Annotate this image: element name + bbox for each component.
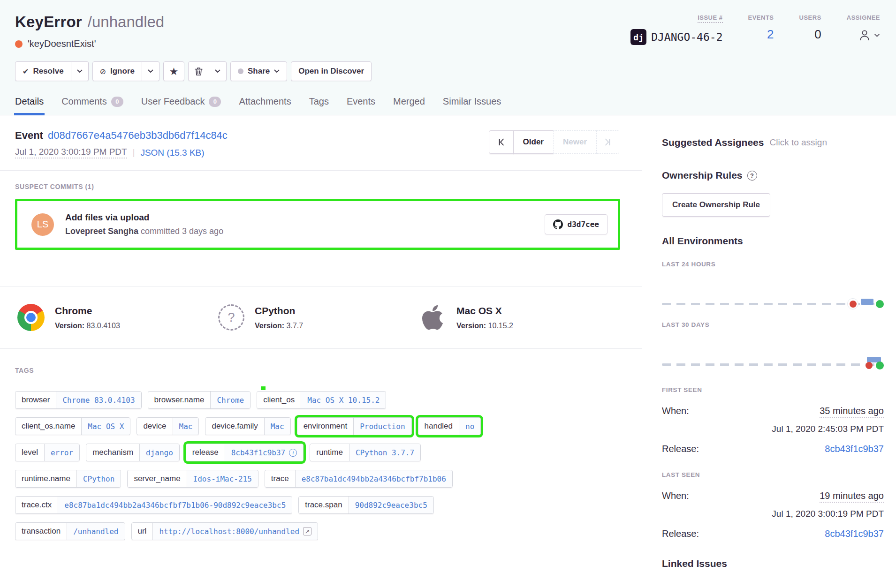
release-marker-green-dot	[876, 300, 884, 308]
tab-merged[interactable]: Merged	[393, 96, 425, 115]
tab-tags[interactable]: Tags	[309, 96, 329, 115]
stat-events: EVENTS 2	[748, 14, 774, 45]
annotation-highlight-box: LS Add files via upload Lovepreet Sangha…	[15, 199, 620, 250]
stat-assignee: ASSIGNEE	[847, 14, 880, 45]
issue-short-id[interactable]: DJANGO-46-2	[651, 31, 722, 43]
issue-title-line: KeyError /unhandled	[15, 13, 164, 31]
users-count[interactable]: 0	[814, 27, 821, 42]
chrome-icon	[17, 304, 45, 331]
newer-event-button[interactable]: Newer	[553, 130, 597, 154]
tag-runtime-name: runtime.name CPython	[15, 470, 121, 488]
resolve-button[interactable]: ✔ Resolve	[15, 61, 71, 81]
skip-to-first-icon	[497, 138, 506, 146]
context-os: Mac OS X Version: 10.15.2	[419, 303, 620, 332]
check-icon: ✔	[23, 67, 29, 76]
tag-device: device Mac	[137, 417, 199, 435]
first-seen-release-link[interactable]: 8cb43f1c9b37	[825, 444, 884, 454]
unknown-runtime-icon: ?	[218, 304, 244, 331]
oldest-event-button[interactable]	[489, 130, 514, 154]
external-link-icon[interactable]: ↗	[303, 527, 311, 535]
last-24-hours-label: LAST 24 HOURS	[662, 261, 884, 268]
tab-attachments[interactable]: Attachments	[239, 96, 291, 115]
stat-issue-number: ISSUE # dj DJANGO-46-2	[630, 14, 722, 45]
error-marker-red-dot	[866, 362, 873, 369]
event-timestamp[interactable]: Jul 1, 2020 3:00:19 PM PDT	[15, 147, 127, 158]
resolve-dropdown-button[interactable]	[71, 61, 89, 81]
issue-message: 'keyDoesntExist'	[28, 38, 96, 49]
error-marker-red-dot	[850, 301, 857, 308]
event-pagination: Older Newer	[489, 130, 619, 154]
issue-sidebar: Suggested Assignees Click to assign Owne…	[642, 115, 896, 580]
tag-release: release 8cb43f1c9b37i	[186, 444, 304, 461]
tab-comments[interactable]: Comments 0	[61, 96, 123, 115]
first-seen-label: FIRST SEEN	[662, 386, 884, 393]
event-label: Event	[15, 129, 43, 142]
commit-message: Add files via upload	[65, 212, 545, 223]
tab-events[interactable]: Events	[347, 96, 375, 115]
context-version: 3.7.7	[287, 322, 304, 330]
skip-to-latest-button[interactable]	[596, 130, 619, 154]
event-id-link[interactable]: d08d7667e4a5476eb3b3db6d7f14c84c	[48, 129, 228, 142]
tab-details[interactable]: Details	[15, 96, 44, 115]
event-details-column: Event d08d7667e4a5476eb3b3db6d7f14c84c J…	[0, 115, 642, 580]
tab-user-feedback[interactable]: User Feedback 0	[141, 96, 221, 115]
tags-heading: TAGS	[15, 367, 627, 374]
suspect-commits-heading: SUSPECT COMMITS (1)	[15, 183, 627, 190]
event-json-link[interactable]: JSON (15.3 KB)	[140, 148, 204, 158]
commit-author: Lovepreet Sangha	[65, 226, 138, 236]
tag-level: level error	[15, 444, 80, 461]
bookmark-star-button[interactable]: ★	[163, 61, 184, 81]
tag-device-family: device.family Mac	[205, 417, 290, 435]
delete-dropdown-button[interactable]	[209, 61, 227, 81]
events-count[interactable]: 2	[767, 27, 774, 42]
last-seen-release-row: Release: 8cb43f1c9b37	[662, 528, 884, 539]
stat-users: USERS 0	[799, 14, 821, 45]
assignee-label: ASSIGNEE	[847, 14, 880, 21]
first-seen-absolute-time: Jul 1, 2020 2:45:03 PM PDT	[662, 424, 884, 434]
assignee-dropdown[interactable]	[858, 27, 880, 42]
tag-environment: environment Production	[297, 417, 412, 435]
help-question-icon[interactable]: ?	[747, 171, 757, 181]
last-24-hours-sparkline[interactable]	[662, 271, 884, 309]
tag-handled: handled no	[418, 417, 481, 435]
first-seen-release-row: Release: 8cb43f1c9b37	[662, 444, 884, 454]
ownership-rules-heading: Ownership Rules ?	[662, 170, 884, 181]
older-event-button[interactable]: Older	[513, 130, 554, 154]
context-runtime: ? CPython Version: 3.7.7	[218, 303, 419, 332]
commit-row: LS Add files via upload Lovepreet Sangha…	[17, 201, 618, 248]
ignore-dropdown-button[interactable]	[142, 61, 159, 81]
open-in-discover-button[interactable]: Open in Discover	[291, 61, 372, 81]
page-header: KeyError /unhandled 'keyDoesntExist' ISS…	[0, 0, 896, 115]
info-icon[interactable]: i	[289, 449, 297, 457]
event-contexts: Chrome Version: 83.0.4103 ? CPython Vers…	[0, 286, 642, 349]
issue-number-label: ISSUE #	[698, 14, 722, 23]
first-seen-relative-time[interactable]: 35 minutes ago	[820, 406, 884, 418]
release-marker-green-dot	[876, 362, 884, 369]
context-version: 83.0.4103	[87, 322, 120, 330]
tag-runtime: runtime CPython 3.7.7	[310, 444, 421, 461]
tags-section: TAGS browser Chrome 83.0.4103 browser.na…	[0, 349, 642, 540]
last-seen-relative-time[interactable]: 19 minutes ago	[820, 490, 884, 503]
issue-tabs: Details Comments 0 User Feedback 0 Attac…	[15, 96, 881, 115]
last-30-days-sparkline[interactable]	[662, 332, 884, 369]
chevron-down-icon	[148, 69, 153, 73]
issue-actions: ✔ Resolve ⊘ Ignore ★	[15, 61, 881, 81]
avatar: LS	[31, 213, 54, 236]
commit-sha-button[interactable]: d3d7cee	[545, 214, 607, 234]
ignore-button[interactable]: ⊘ Ignore	[92, 61, 142, 81]
context-version: 10.15.2	[488, 322, 513, 330]
context-name: Chrome	[55, 305, 120, 317]
issue-culprit-path: /unhandled	[88, 13, 164, 31]
context-name: Mac OS X	[456, 305, 513, 317]
first-seen-when-row: When: 35 minutes ago	[662, 406, 884, 418]
last-seen-release-link[interactable]: 8cb43f1c9b37	[825, 528, 884, 539]
suspect-commits-section: SUSPECT COMMITS (1) LS Add files via upl…	[0, 171, 642, 286]
delete-button[interactable]	[188, 61, 209, 81]
trash-icon	[195, 67, 203, 76]
tag-mechanism: mechanism django	[86, 444, 180, 461]
create-ownership-rule-button[interactable]: Create Ownership Rule	[662, 193, 770, 217]
share-button[interactable]: Share	[230, 61, 287, 81]
person-icon	[858, 29, 871, 42]
tab-similar-issues[interactable]: Similar Issues	[443, 96, 501, 115]
separator: |	[133, 148, 135, 158]
